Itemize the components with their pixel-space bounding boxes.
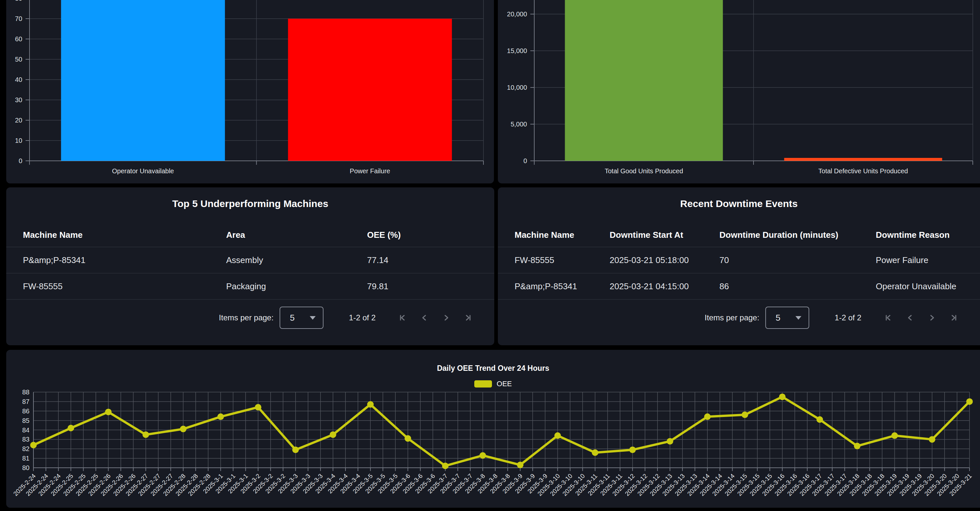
- table-row: P&amp;P-85341 Assembly 77.14: [6, 247, 494, 273]
- page-size-value: 5: [776, 313, 780, 323]
- data-point: [217, 413, 224, 420]
- svg-text:5,000: 5,000: [511, 121, 527, 128]
- data-point: [367, 401, 374, 408]
- svg-text:15,000: 15,000: [507, 47, 527, 54]
- next-page-icon: [441, 313, 451, 323]
- next-page-button[interactable]: [437, 309, 455, 327]
- page-size-value: 5: [290, 313, 295, 323]
- svg-text:80: 80: [15, 0, 22, 2]
- cell-downtime-reason: Power Failure: [876, 247, 980, 273]
- svg-text:80: 80: [22, 464, 30, 471]
- svg-text:Power Failure: Power Failure: [350, 167, 390, 175]
- items-per-page-label: Items per page:: [705, 313, 759, 322]
- table-header-row: Machine Name Downtime Start At Downtime …: [498, 224, 980, 247]
- panel-underperforming-machines: Top 5 Underperforming Machines Machine N…: [6, 187, 494, 345]
- next-page-icon: [927, 313, 937, 323]
- column-header: Downtime Start At: [609, 224, 719, 247]
- svg-text:81: 81: [22, 455, 30, 462]
- data-point: [404, 435, 411, 441]
- data-point: [816, 416, 823, 423]
- page-range-label: 1-2 of 2: [349, 313, 375, 322]
- svg-text:83: 83: [22, 436, 30, 443]
- data-point: [292, 446, 299, 453]
- bar-1: [288, 19, 452, 161]
- page-size-select[interactable]: 5: [765, 306, 809, 329]
- cell-machine-name: FW-85555: [6, 273, 226, 299]
- data-point: [929, 436, 935, 443]
- panel-units-produced: 05,00010,00015,00020,000Total Good Units…: [498, 0, 980, 183]
- cell-area: Packaging: [226, 273, 367, 299]
- svg-text:10,000: 10,000: [507, 84, 527, 91]
- data-point: [592, 449, 598, 456]
- previous-page-icon: [420, 313, 430, 323]
- oee-line: [33, 397, 969, 466]
- page-size-select[interactable]: 5: [280, 306, 323, 329]
- svg-text:86: 86: [22, 408, 30, 415]
- data-point: [854, 443, 861, 449]
- cell-downtime-duration: 70: [719, 247, 876, 273]
- first-page-button[interactable]: [394, 309, 412, 327]
- cell-oee: 79.81: [367, 273, 494, 299]
- svg-text:Operator Unavailable: Operator Unavailable: [112, 167, 174, 175]
- svg-text:0: 0: [19, 157, 22, 164]
- underperforming-machines-table: Machine Name Area OEE (%) P&amp;P-85341 …: [6, 224, 494, 300]
- svg-text:85: 85: [22, 417, 30, 424]
- svg-text:50: 50: [15, 56, 22, 63]
- data-point: [143, 432, 149, 438]
- svg-text:20,000: 20,000: [507, 11, 527, 18]
- data-point: [891, 432, 898, 439]
- data-point: [479, 452, 486, 459]
- last-page-icon: [463, 313, 473, 323]
- chevron-down-icon: [795, 316, 801, 320]
- cell-downtime-reason: Operator Unavailable: [876, 273, 980, 299]
- cell-machine-name: P&amp;P-85341: [6, 247, 226, 273]
- column-header: Area: [226, 224, 367, 247]
- data-point: [330, 432, 336, 438]
- data-point: [554, 432, 561, 439]
- data-point: [667, 438, 673, 444]
- svg-text:Total Good Units Produced: Total Good Units Produced: [605, 167, 683, 175]
- svg-text:70: 70: [15, 15, 22, 22]
- bar-1: [784, 158, 942, 161]
- previous-page-button[interactable]: [415, 309, 433, 327]
- cell-machine-name: FW-85555: [498, 247, 609, 273]
- first-page-icon: [884, 313, 894, 323]
- daily-oee-trend-line-chart: 8081828384858687882025-2-242025-2-242025…: [6, 350, 980, 508]
- column-header: OEE (%): [367, 224, 494, 247]
- data-point: [180, 426, 186, 432]
- column-header: Machine Name: [6, 224, 226, 247]
- column-header: Machine Name: [498, 224, 609, 247]
- svg-text:84: 84: [22, 427, 30, 434]
- svg-text:82: 82: [22, 445, 30, 452]
- data-point: [966, 398, 973, 405]
- data-point: [30, 442, 37, 448]
- data-point: [67, 425, 74, 432]
- next-page-button[interactable]: [923, 309, 941, 327]
- page-range-label: 1-2 of 2: [835, 313, 861, 322]
- svg-text:30: 30: [15, 96, 22, 103]
- table-title: Recent Downtime Events: [498, 197, 980, 211]
- units-produced-bar-chart: 05,00010,00015,00020,000Total Good Units…: [498, 0, 980, 183]
- svg-text:87: 87: [22, 398, 30, 405]
- column-header: Downtime Reason: [876, 224, 980, 247]
- paginator: Items per page: 5 1-2 of 2: [219, 302, 477, 334]
- svg-text:60: 60: [15, 35, 22, 43]
- data-point: [255, 404, 261, 411]
- first-page-icon: [398, 313, 408, 323]
- panel-daily-oee-trend: Daily OEE Trend Over 24 Hours OEE 808182…: [6, 350, 980, 508]
- svg-text:0: 0: [523, 157, 527, 164]
- chevron-down-icon: [310, 316, 316, 320]
- last-page-button[interactable]: [459, 309, 477, 327]
- cell-machine-name: P&amp;P-85341: [498, 273, 609, 299]
- table-row: P&amp;P-85341 2025-03-21 04:15:00 86 Ope…: [498, 273, 980, 299]
- data-point: [517, 462, 523, 468]
- oee-dashboard: 01020304050607080Operator UnavailablePow…: [0, 0, 980, 511]
- cell-oee: 77.14: [367, 247, 494, 273]
- cell-downtime-start: 2025-03-21 04:15:00: [609, 273, 719, 299]
- last-page-button[interactable]: [945, 309, 962, 327]
- first-page-button[interactable]: [880, 309, 897, 327]
- table-title: Top 5 Underperforming Machines: [6, 197, 494, 211]
- data-point: [742, 411, 748, 418]
- previous-page-button[interactable]: [901, 309, 919, 327]
- table-header-row: Machine Name Area OEE (%): [6, 224, 494, 247]
